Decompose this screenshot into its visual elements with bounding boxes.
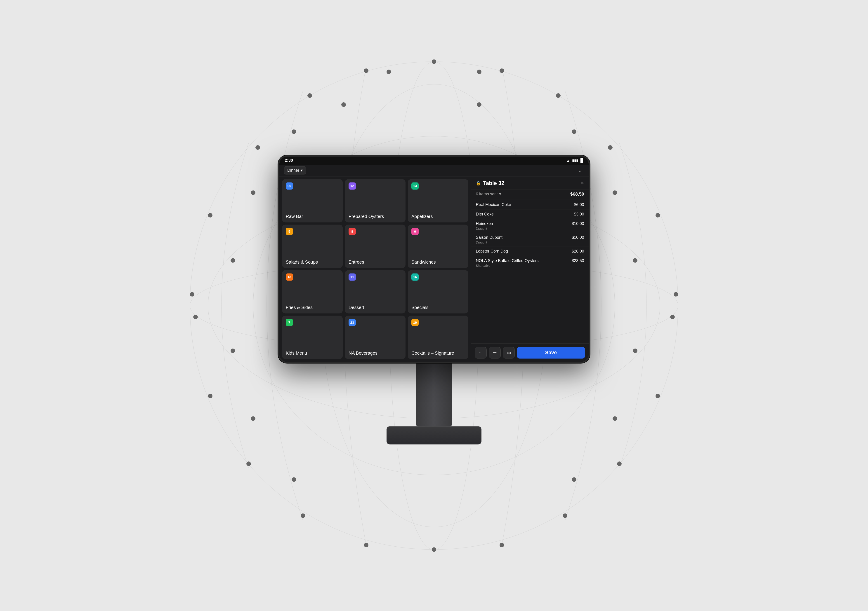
category-name: Sandwiches — [411, 260, 465, 265]
category-badge: 16 — [411, 273, 418, 280]
category-badge: 19 — [411, 319, 418, 326]
category-fries-sides[interactable]: 13 Fries & Sides — [282, 270, 343, 314]
svg-point-29 — [251, 190, 256, 195]
more-options-button[interactable]: ··· — [475, 347, 487, 359]
category-sandwiches[interactable]: 6 Sandwiches — [408, 224, 468, 268]
category-salads-soups[interactable]: 5 Salads & Soups — [282, 224, 343, 268]
category-badge: 13 — [411, 182, 418, 190]
status-bar: 2:30 ▲ ▮▮▮ ▉ — [279, 156, 589, 165]
category-kids-menu[interactable]: 7 Kids Menu — [282, 316, 343, 359]
category-name: Fries & Sides — [286, 305, 339, 310]
svg-point-7 — [432, 59, 436, 64]
order-item[interactable]: Heineken $10.00 Draught — [471, 219, 589, 233]
category-specials[interactable]: 16 Specials — [408, 270, 468, 314]
dinner-dropdown[interactable]: Dinner ▾ — [284, 166, 306, 174]
svg-point-13 — [608, 145, 612, 150]
svg-point-16 — [190, 292, 194, 297]
svg-point-15 — [656, 213, 660, 218]
battery-icon: ▉ — [580, 158, 583, 162]
main-content: 00 Raw Bar 12 Prepared Oysters 13 Appeti… — [279, 176, 589, 362]
svg-point-43 — [386, 70, 391, 74]
svg-point-8 — [364, 68, 369, 73]
order-panel: 🔒 Table 32 ✏ 6 items sent ▾ $68.50 Real … — [471, 176, 589, 362]
svg-point-39 — [291, 477, 296, 482]
order-item[interactable]: Lobster Corn Dog $26.00 — [471, 247, 589, 256]
item-sub: Draught — [476, 227, 584, 230]
svg-point-23 — [617, 461, 622, 466]
svg-point-44 — [477, 70, 482, 74]
stand-neck — [416, 363, 452, 426]
svg-point-42 — [477, 102, 482, 107]
svg-point-38 — [612, 416, 617, 421]
item-name: Diet Coke — [476, 212, 574, 217]
dinner-label: Dinner — [287, 168, 299, 173]
order-header: 🔒 Table 32 ✏ — [471, 176, 589, 189]
item-name: Lobster Corn Dog — [476, 249, 572, 254]
item-name: Real Mexican Coke — [476, 203, 574, 207]
category-name: NA Beverages — [349, 351, 402, 356]
item-sub: Draught — [476, 241, 584, 244]
category-badge: 11 — [349, 273, 356, 280]
save-button[interactable]: Save — [517, 347, 585, 359]
category-dessert[interactable]: 11 Dessert — [345, 270, 406, 314]
svg-point-14 — [208, 213, 212, 218]
order-item[interactable]: Saison Dupont $10.00 Draught — [471, 233, 589, 247]
tablet-device: 2:30 ▲ ▮▮▮ ▉ Dinner ▾ ⌕ 00 Raw — [278, 155, 590, 363]
table-label: Table 32 — [483, 180, 578, 186]
category-name: Kids Menu — [286, 351, 339, 356]
category-cocktails-signature[interactable]: 19 Cocktails – Signature — [408, 316, 468, 359]
items-sent-price: $68.50 — [570, 192, 584, 197]
order-item[interactable]: Real Mexican Coke $6.00 — [471, 200, 589, 210]
svg-point-22 — [246, 461, 251, 466]
svg-point-28 — [432, 547, 436, 552]
items-sent-row[interactable]: 6 items sent ▾ $68.50 — [471, 189, 589, 199]
category-na-beverages[interactable]: 23 NA Beverages — [345, 316, 406, 359]
svg-point-21 — [656, 394, 660, 398]
category-prepared-oysters[interactable]: 12 Prepared Oysters — [345, 179, 406, 223]
card-button[interactable]: ▭ — [503, 347, 515, 359]
category-badge: 13 — [286, 273, 293, 280]
svg-point-9 — [499, 68, 504, 73]
items-sent-label: 6 items sent ▾ — [476, 192, 501, 196]
category-badge: 7 — [286, 319, 293, 326]
category-name: Specials — [411, 305, 465, 310]
category-raw-bar[interactable]: 00 Raw Bar — [282, 179, 343, 223]
svg-point-17 — [674, 292, 678, 297]
category-badge: 00 — [286, 182, 293, 190]
category-badge: 23 — [349, 319, 356, 326]
order-items-list: Real Mexican Coke $6.00 Diet Coke $3.00 … — [471, 199, 589, 343]
svg-point-30 — [612, 190, 617, 195]
order-item[interactable]: Diet Coke $3.00 — [471, 210, 589, 219]
category-name: Entrees — [349, 260, 402, 265]
svg-point-24 — [301, 514, 305, 518]
status-time: 2:30 — [285, 158, 293, 163]
item-price: $26.00 — [572, 249, 584, 254]
receipt-button[interactable]: ☰ — [489, 347, 501, 359]
svg-point-33 — [231, 258, 235, 263]
item-price: $10.00 — [572, 221, 584, 226]
category-appetizers[interactable]: 13 Appetizers — [408, 179, 468, 223]
svg-point-34 — [633, 258, 637, 263]
category-badge: 12 — [349, 182, 356, 190]
order-item[interactable]: NOLA Style Buffalo Grilled Oysters $23.5… — [471, 256, 589, 270]
wifi-icon: ▲ — [566, 159, 570, 162]
item-price: $23.50 — [572, 258, 584, 263]
category-name: Prepared Oysters — [349, 214, 402, 219]
stand-base — [386, 426, 482, 444]
search-button[interactable]: ⌕ — [576, 166, 584, 174]
category-entrees[interactable]: 8 Entrees — [345, 224, 406, 268]
dropdown-arrow-icon: ▾ — [301, 168, 303, 173]
item-name: NOLA Style Buffalo Grilled Oysters — [476, 258, 572, 263]
category-badge: 5 — [286, 228, 293, 235]
item-sub: Shareable — [476, 264, 584, 268]
svg-point-11 — [556, 93, 561, 98]
item-price: $10.00 — [572, 235, 584, 240]
svg-point-10 — [307, 93, 312, 98]
more-icon: ··· — [479, 350, 483, 355]
edit-icon[interactable]: ✏ — [581, 181, 584, 186]
svg-point-12 — [256, 145, 260, 150]
svg-point-27 — [499, 543, 504, 547]
svg-point-31 — [291, 130, 296, 134]
category-name: Appetizers — [411, 214, 465, 219]
svg-point-37 — [251, 416, 256, 421]
